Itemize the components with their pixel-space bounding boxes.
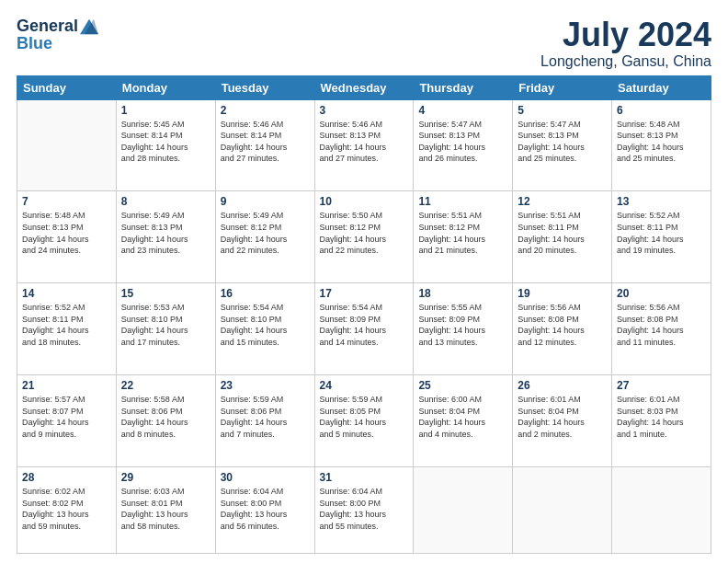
day-number: 21 [22,379,111,392]
calendar-cell: 13Sunrise: 5:52 AM Sunset: 8:11 PM Dayli… [612,191,711,283]
day-info: Sunrise: 6:04 AM Sunset: 8:00 PM Dayligh… [221,486,310,532]
calendar-cell: 26Sunrise: 6:01 AM Sunset: 8:04 PM Dayli… [513,375,612,467]
day-number: 26 [518,379,607,392]
day-info: Sunrise: 5:48 AM Sunset: 8:13 PM Dayligh… [22,210,111,256]
day-number: 9 [221,195,310,208]
calendar-cell: 30Sunrise: 6:04 AM Sunset: 8:00 PM Dayli… [215,466,314,553]
day-info: Sunrise: 5:46 AM Sunset: 8:13 PM Dayligh… [320,119,409,165]
calendar-header-monday: Monday [116,75,215,99]
day-info: Sunrise: 5:53 AM Sunset: 8:10 PM Dayligh… [121,302,210,348]
day-number: 8 [121,195,210,208]
calendar-header-thursday: Thursday [414,75,513,99]
day-info: Sunrise: 5:56 AM Sunset: 8:08 PM Dayligh… [617,302,706,348]
calendar-cell: 31Sunrise: 6:04 AM Sunset: 8:00 PM Dayli… [314,466,414,553]
day-number: 5 [518,104,607,117]
day-info: Sunrise: 5:59 AM Sunset: 8:05 PM Dayligh… [320,394,409,440]
day-info: Sunrise: 5:54 AM Sunset: 8:10 PM Dayligh… [221,302,310,348]
day-info: Sunrise: 5:45 AM Sunset: 8:14 PM Dayligh… [121,119,210,165]
calendar-header-tuesday: Tuesday [215,75,314,99]
day-info: Sunrise: 5:56 AM Sunset: 8:08 PM Dayligh… [518,302,607,348]
calendar-week-1: 1Sunrise: 5:45 AM Sunset: 8:14 PM Daylig… [17,99,711,191]
calendar-header-saturday: Saturday [612,75,711,99]
day-number: 12 [518,195,607,208]
calendar-week-3: 14Sunrise: 5:52 AM Sunset: 8:11 PM Dayli… [17,283,711,375]
logo-icon [80,17,98,36]
day-number: 3 [320,104,409,117]
day-info: Sunrise: 5:49 AM Sunset: 8:13 PM Dayligh… [121,210,210,256]
calendar-cell: 20Sunrise: 5:56 AM Sunset: 8:08 PM Dayli… [612,283,711,375]
day-info: Sunrise: 5:51 AM Sunset: 8:11 PM Dayligh… [518,210,607,256]
logo-general: General [17,17,78,36]
calendar-cell [17,99,117,191]
day-number: 14 [22,287,111,300]
day-info: Sunrise: 5:52 AM Sunset: 8:11 PM Dayligh… [22,302,111,348]
day-number: 23 [221,379,310,392]
main-title: July 2024 [540,17,711,53]
subtitle: Longcheng, Gansu, China [540,53,711,70]
day-info: Sunrise: 5:46 AM Sunset: 8:14 PM Dayligh… [221,119,310,165]
day-number: 6 [617,104,706,117]
calendar-cell: 1Sunrise: 5:45 AM Sunset: 8:14 PM Daylig… [116,99,215,191]
calendar-cell [612,466,711,553]
day-info: Sunrise: 5:52 AM Sunset: 8:11 PM Dayligh… [617,210,706,256]
day-number: 11 [418,195,507,208]
header: General Blue July 2024 Longcheng, Gansu,… [17,17,711,70]
calendar-cell: 12Sunrise: 5:51 AM Sunset: 8:11 PM Dayli… [513,191,612,283]
day-info: Sunrise: 5:57 AM Sunset: 8:07 PM Dayligh… [22,394,111,440]
calendar-cell: 29Sunrise: 6:03 AM Sunset: 8:01 PM Dayli… [116,466,215,553]
day-info: Sunrise: 5:48 AM Sunset: 8:13 PM Dayligh… [617,119,706,165]
calendar-cell: 21Sunrise: 5:57 AM Sunset: 8:07 PM Dayli… [17,375,117,467]
calendar-cell: 19Sunrise: 5:56 AM Sunset: 8:08 PM Dayli… [513,283,612,375]
logo: General Blue [17,17,98,53]
day-number: 25 [418,379,507,392]
calendar-cell: 22Sunrise: 5:58 AM Sunset: 8:06 PM Dayli… [116,375,215,467]
calendar-cell: 16Sunrise: 5:54 AM Sunset: 8:10 PM Dayli… [215,283,314,375]
calendar-cell: 4Sunrise: 5:47 AM Sunset: 8:13 PM Daylig… [414,99,513,191]
calendar-cell: 15Sunrise: 5:53 AM Sunset: 8:10 PM Dayli… [116,283,215,375]
day-info: Sunrise: 6:02 AM Sunset: 8:02 PM Dayligh… [22,486,111,532]
day-number: 24 [320,379,409,392]
calendar-cell: 6Sunrise: 5:48 AM Sunset: 8:13 PM Daylig… [612,99,711,191]
calendar-week-2: 7Sunrise: 5:48 AM Sunset: 8:13 PM Daylig… [17,191,711,283]
day-number: 29 [121,471,210,484]
day-info: Sunrise: 5:50 AM Sunset: 8:12 PM Dayligh… [320,210,409,256]
day-info: Sunrise: 5:59 AM Sunset: 8:06 PM Dayligh… [221,394,310,440]
calendar-header-friday: Friday [513,75,612,99]
day-info: Sunrise: 5:55 AM Sunset: 8:09 PM Dayligh… [418,302,507,348]
day-number: 17 [320,287,409,300]
calendar-cell: 2Sunrise: 5:46 AM Sunset: 8:14 PM Daylig… [215,99,314,191]
day-number: 20 [617,287,706,300]
day-info: Sunrise: 5:58 AM Sunset: 8:06 PM Dayligh… [121,394,210,440]
day-number: 18 [418,287,507,300]
calendar-cell: 7Sunrise: 5:48 AM Sunset: 8:13 PM Daylig… [17,191,117,283]
day-number: 28 [22,471,111,484]
title-section: July 2024 Longcheng, Gansu, China [540,17,711,70]
calendar-cell: 8Sunrise: 5:49 AM Sunset: 8:13 PM Daylig… [116,191,215,283]
calendar-header-row: SundayMondayTuesdayWednesdayThursdayFrid… [17,75,711,99]
page: General Blue July 2024 Longcheng, Gansu,… [0,0,728,563]
calendar-cell: 5Sunrise: 5:47 AM Sunset: 8:13 PM Daylig… [513,99,612,191]
day-number: 27 [617,379,706,392]
calendar-cell: 24Sunrise: 5:59 AM Sunset: 8:05 PM Dayli… [314,375,414,467]
calendar-header-wednesday: Wednesday [314,75,414,99]
day-info: Sunrise: 6:01 AM Sunset: 8:03 PM Dayligh… [617,394,706,440]
calendar-cell: 14Sunrise: 5:52 AM Sunset: 8:11 PM Dayli… [17,283,117,375]
day-info: Sunrise: 5:51 AM Sunset: 8:12 PM Dayligh… [418,210,507,256]
day-number: 7 [22,195,111,208]
day-info: Sunrise: 5:54 AM Sunset: 8:09 PM Dayligh… [320,302,409,348]
day-number: 4 [418,104,507,117]
day-number: 10 [320,195,409,208]
calendar-cell: 28Sunrise: 6:02 AM Sunset: 8:02 PM Dayli… [17,466,117,553]
calendar-header-sunday: Sunday [17,75,117,99]
day-number: 13 [617,195,706,208]
day-info: Sunrise: 6:03 AM Sunset: 8:01 PM Dayligh… [121,486,210,532]
day-number: 31 [320,471,409,484]
calendar-cell: 11Sunrise: 5:51 AM Sunset: 8:12 PM Dayli… [414,191,513,283]
day-info: Sunrise: 6:01 AM Sunset: 8:04 PM Dayligh… [518,394,607,440]
calendar-cell: 9Sunrise: 5:49 AM Sunset: 8:12 PM Daylig… [215,191,314,283]
day-info: Sunrise: 5:47 AM Sunset: 8:13 PM Dayligh… [418,119,507,165]
calendar-cell [414,466,513,553]
day-number: 2 [221,104,310,117]
calendar-cell: 17Sunrise: 5:54 AM Sunset: 8:09 PM Dayli… [314,283,414,375]
calendar-cell: 10Sunrise: 5:50 AM Sunset: 8:12 PM Dayli… [314,191,414,283]
